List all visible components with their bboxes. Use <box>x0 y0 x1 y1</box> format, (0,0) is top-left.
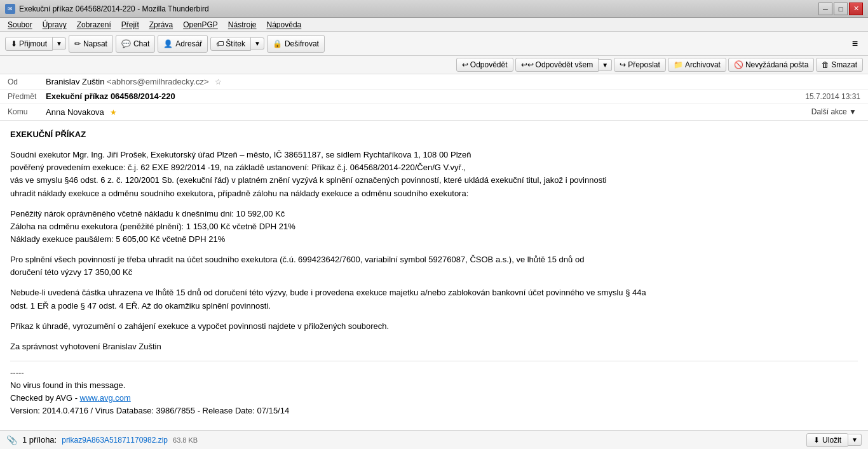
attachment-filename[interactable]: prikaz9A863A51871170982.zip <box>62 436 168 445</box>
odpovedет-vsem-dropdown[interactable]: ▼ <box>599 59 612 71</box>
email-para2: Peněžitý nárok oprávněného včetně náklad… <box>10 208 858 246</box>
attachment-bar: 📎 1 příloha: prikaz9A863A51871170982.zip… <box>0 430 868 449</box>
menu-nastroje[interactable]: Nástroje <box>223 18 262 31</box>
maximize-button[interactable]: □ <box>834 3 848 15</box>
adresar-button[interactable]: 👤 Adresář <box>158 35 208 53</box>
star-icon[interactable]: ☆ <box>215 77 222 86</box>
title-bar-left: ✉ Exekuční příkaz 064568/2014-220 - Mozi… <box>5 4 209 14</box>
toolbar: ⬇ Přijmout ▼ ✏ Napsat 💬 Chat 👤 Adresář 🏷… <box>0 32 868 56</box>
menu-openpgp[interactable]: OpenPGP <box>178 18 223 31</box>
menu-zobrazeni[interactable]: Zobrazení <box>72 18 116 31</box>
email-para1: Soudní exekutor Mgr. Ing. Jiří Prošek, E… <box>10 149 858 200</box>
stitek-group: 🏷 Štítek ▼ <box>210 37 264 51</box>
contacts-icon: 👤 <box>163 39 173 48</box>
from-row: Od Branislav Zuštin <abhors@emilhradecky… <box>0 74 868 90</box>
email-para3: Pro splnění všech povinností je třeba uh… <box>10 253 858 279</box>
delete-icon: 🗑 <box>822 60 829 69</box>
close-button[interactable]: ✕ <box>849 3 863 15</box>
email-para5: Příkaz k úhradě, vyrozumění o zahájení e… <box>10 320 858 333</box>
from-name: Branislav Zuštin <box>46 77 104 86</box>
email-para6: Za správnost vyhotovení Branislav Zuštin <box>10 340 858 353</box>
email-header: Od Branislav Zuštin <abhors@emilhradecky… <box>0 74 868 121</box>
chat-button[interactable]: 💬 Chat <box>116 35 155 53</box>
prijmout-group: ⬇ Přijmout ▼ <box>5 37 66 51</box>
reply-actions-bar: ↩ Odpovědět ↩↩ Odpovědět všem ▼ ↪ Přepos… <box>0 56 868 74</box>
app-icon: ✉ <box>5 4 15 14</box>
virus-line3: Version: 2014.0.4716 / Virus Database: 3… <box>10 405 858 417</box>
title-bar: ✉ Exekuční příkaz 064568/2014-220 - Mozi… <box>0 0 868 18</box>
edit-icon: ✏ <box>74 39 81 48</box>
odpovedет-vsem-group: ↩↩ Odpovědět všem ▼ <box>515 58 613 72</box>
save-icon: ⬇ <box>813 436 820 445</box>
stitek-button[interactable]: 🏷 Štítek <box>210 37 251 51</box>
subject-row: Předmět Exekuční příkaz 064568/2014-220 … <box>0 90 868 104</box>
attachment-size: 63.8 KB <box>173 436 198 444</box>
from-value: Branislav Zuštin <abhors@emilhradecky.cz… <box>46 77 860 86</box>
menu-bar: Soubor Úpravy Zobrazení Přejít Zpráva Op… <box>0 18 868 32</box>
menu-soubor[interactable]: Soubor <box>3 18 37 31</box>
odpovedет-vsem-button[interactable]: ↩↩ Odpovědět všem <box>515 58 599 72</box>
virus-sep: ----- <box>10 366 858 379</box>
attachment-count: 1 příloha: <box>22 435 57 445</box>
prijmout-button[interactable]: ⬇ Přijmout <box>5 37 53 51</box>
email-body: EXEKUČNÍ PŘÍKAZ Soudní exekutor Mgr. Ing… <box>0 121 868 431</box>
prijmout-dropdown[interactable]: ▼ <box>53 37 66 50</box>
from-label: Od <box>8 77 46 86</box>
email-date: 15.7.2014 13:31 <box>805 92 860 101</box>
menu-zprava[interactable]: Zpráva <box>144 18 178 31</box>
save-group: ⬇ Uložit ▼ <box>806 433 862 447</box>
preposlat-button[interactable]: ↪ Přeposlat <box>614 58 666 72</box>
tag-icon: 🏷 <box>216 39 224 48</box>
spam-icon: 🚫 <box>734 60 743 69</box>
lock-icon: 🔒 <box>273 39 282 48</box>
avg-link[interactable]: www.avg.com <box>80 393 131 403</box>
stitek-dropdown[interactable]: ▼ <box>251 37 264 50</box>
menu-napoveda[interactable]: Nápověda <box>262 18 307 31</box>
to-name: Anna Novakova <box>46 107 104 117</box>
odpovedет-button[interactable]: ↩ Odpovědět <box>456 58 513 72</box>
email-heading: EXEKUČNÍ PŘÍKAZ <box>10 128 858 141</box>
virus-line2: Checked by AVG - www.avg.com <box>10 392 858 405</box>
napsat-button[interactable]: ✏ Napsat <box>69 35 113 53</box>
archive-icon: 📁 <box>674 60 683 69</box>
subject-value: Exekuční příkaz 064568/2014-220 <box>46 91 805 101</box>
virus-line1: No virus found in this message. <box>10 379 858 392</box>
reply-all-icon: ↩↩ <box>521 60 534 69</box>
subject-label: Předmět <box>8 92 46 101</box>
save-dropdown[interactable]: ▼ <box>848 434 862 446</box>
attachment-icon: 📎 <box>6 435 17 445</box>
to-star-icon[interactable]: ★ <box>110 108 117 117</box>
main-window: ✉ Exekuční příkaz 064568/2014-220 - Mozi… <box>0 0 868 449</box>
title-bar-controls: ─ □ ✕ <box>818 3 863 15</box>
to-value: Anna Novakova ★ <box>46 107 808 117</box>
dalsi-akce-button[interactable]: Další akce ▼ <box>808 105 860 118</box>
chat-icon: 💬 <box>121 39 131 48</box>
desifirovat-button[interactable]: 🔒 Dešifrovat <box>267 35 325 53</box>
email-para4: Nebude-li uvedená částka uhrazena ve lhů… <box>10 286 858 312</box>
smazat-button[interactable]: 🗑 Smazat <box>816 58 863 72</box>
to-row: Komu Anna Novakova ★ Další akce ▼ <box>0 104 868 120</box>
window-title: Exekuční příkaz 064568/2014-220 - Mozill… <box>19 4 209 13</box>
email-separator <box>10 361 858 361</box>
from-email: <abhors@emilhradecky.cz> <box>107 77 208 86</box>
to-label: Komu <box>8 107 46 116</box>
archivovat-button[interactable]: 📁 Archivovat <box>668 58 726 72</box>
nevyzadana-button[interactable]: 🚫 Nevyžádaná pošta <box>728 58 814 72</box>
reply-icon: ↩ <box>462 60 468 69</box>
virus-block: ----- No virus found in this message. Ch… <box>10 366 858 418</box>
forward-icon: ↪ <box>620 60 626 69</box>
hamburger-button[interactable]: ≡ <box>847 36 863 52</box>
save-button[interactable]: ⬇ Uložit <box>806 433 848 447</box>
download-icon: ⬇ <box>11 39 17 48</box>
menu-upravy[interactable]: Úpravy <box>37 18 72 31</box>
menu-prejit[interactable]: Přejít <box>116 18 144 31</box>
minimize-button[interactable]: ─ <box>818 3 832 15</box>
